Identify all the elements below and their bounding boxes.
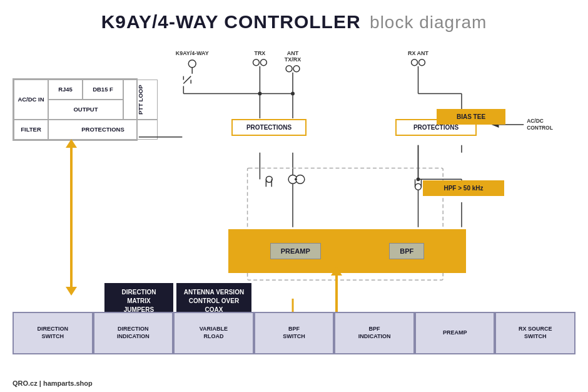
center-vertical-arrow — [335, 273, 338, 316]
svg-text:ANT: ANT — [287, 50, 299, 56]
svg-point-38 — [266, 176, 272, 182]
interface-grid: AC/DC IN RJ45 DB15 F PTT LOOP OUTPUT FIL… — [13, 78, 138, 141]
tx-protections-container: PROTECTIONS — [231, 119, 307, 136]
footer-text: QRO.cz | hamparts.shop — [13, 379, 93, 387]
bottom-cell-6: RX SOURCESWITCH — [495, 312, 575, 354]
svg-point-1 — [188, 60, 196, 68]
bottom-cell-4: BPFINDICATION — [334, 312, 415, 354]
svg-point-6 — [253, 59, 259, 66]
svg-text:CONTROL: CONTROL — [527, 125, 553, 131]
title-bold: K9AY/4-WAY CONTROLLER — [101, 11, 361, 32]
svg-point-44 — [415, 183, 422, 190]
svg-point-41 — [288, 175, 297, 183]
svg-text:TX/RX: TX/RX — [285, 56, 301, 63]
svg-point-11 — [293, 66, 300, 72]
protections-cell: PROTECTIONS — [48, 120, 158, 140]
svg-text:TRX: TRX — [254, 50, 265, 56]
header: K9AY/4-WAY CONTROLLER block diagram — [0, 0, 588, 39]
svg-point-14 — [418, 59, 425, 66]
bottom-cell-1: DIRECTIONINDICATION — [93, 312, 174, 354]
svg-point-23 — [291, 91, 295, 95]
direction-matrix-label: DIRECTIONMATRIXJUMPERS — [122, 289, 156, 313]
svg-point-43 — [295, 178, 297, 180]
bottom-cell-2: VARIABLERLOAD — [173, 312, 254, 354]
acdc-cell: AC/DC IN — [14, 80, 48, 120]
bottom-cell-0: DIRECTIONSWITCH — [13, 312, 93, 354]
output-cell: OUTPUT — [48, 100, 123, 120]
svg-point-7 — [260, 59, 266, 66]
svg-point-19 — [258, 91, 261, 95]
preamp-bpf-container: PREAMP BPF — [228, 229, 466, 273]
svg-point-53 — [417, 177, 420, 181]
svg-point-42 — [296, 175, 305, 183]
rj45-cell: RJ45 — [48, 80, 83, 100]
svg-line-3 — [183, 76, 191, 84]
bottom-cell-3: BPFSWITCH — [254, 312, 335, 354]
svg-point-10 — [286, 66, 292, 72]
bottom-cell-5: PREAMP — [415, 312, 495, 354]
preamp-box: PREAMP — [270, 243, 321, 259]
svg-text:AC/DC: AC/DC — [527, 118, 544, 124]
svg-text:K9AY/4-WAY: K9AY/4-WAY — [176, 50, 209, 56]
bpf-box: BPF — [389, 243, 424, 259]
diagram-area: AC/DC IN RJ45 DB15 F PTT LOOP OUTPUT FIL… — [13, 44, 575, 373]
svg-point-13 — [412, 59, 418, 66]
left-arrow — [70, 145, 73, 289]
page-container: K9AY/4-WAY CONTROLLER block diagram AC/D… — [0, 0, 588, 392]
left-interface-block: AC/DC IN RJ45 DB15 F PTT LOOP OUTPUT FIL… — [13, 78, 138, 141]
filter-cell: FILTER — [14, 120, 48, 140]
hpf-container: HPF > 50 kHz — [423, 180, 504, 196]
hpf-box: HPF > 50 kHz — [423, 180, 504, 196]
tx-protections-box: PROTECTIONS — [231, 119, 307, 136]
db15-cell: DB15 F — [83, 80, 123, 100]
svg-text:RX ANT: RX ANT — [408, 50, 428, 56]
bottom-row: DIRECTIONSWITCHDIRECTIONINDICATIONVARIAB… — [13, 312, 575, 354]
footer: QRO.cz | hamparts.shop — [13, 379, 93, 387]
title-light: block diagram — [370, 13, 487, 32]
bias-tee-container: BIAS TEE — [437, 109, 505, 125]
ptt-cell: PTT LOOP — [123, 80, 158, 120]
bias-tee-box: BIAS TEE — [437, 109, 505, 125]
